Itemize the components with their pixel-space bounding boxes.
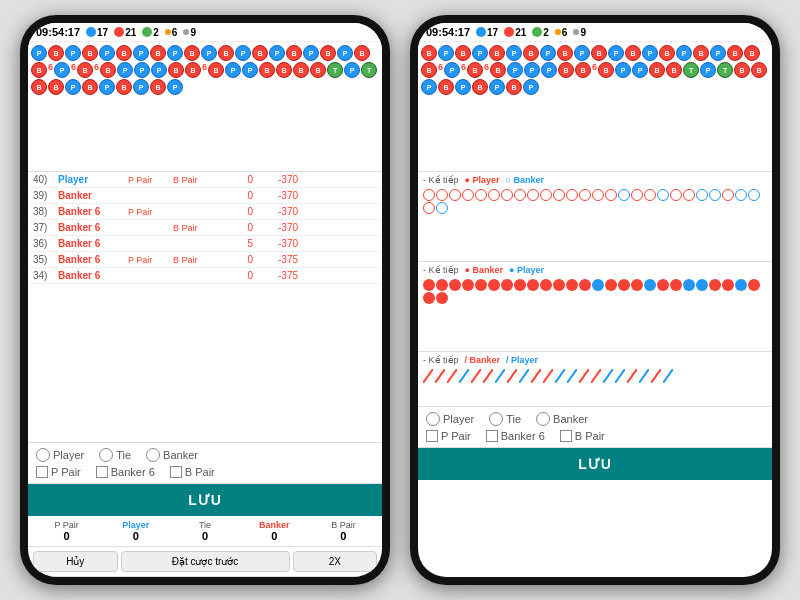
trend-item [670,189,682,201]
bead: T [361,62,377,78]
history-row-34: 34) Banker 6 0 -375 [28,268,382,284]
banker-label: Banker [259,520,290,530]
trend-item [657,279,669,291]
row-num: 36) [33,238,58,249]
trend-item [566,189,578,201]
radio-circle-banker-r[interactable] [536,412,550,426]
radio-banker[interactable]: Banker [146,448,198,462]
b-stat-r: 21 [504,27,526,38]
trend-item [436,279,448,291]
amount: 0 [218,222,253,233]
svg-line-0 [423,369,433,383]
check-banker6-right[interactable]: Banker 6 [486,430,545,442]
luu-button-left[interactable]: LƯU [28,484,382,516]
trend-item [462,279,474,291]
diag-blue [639,369,649,383]
trend-item [423,279,435,291]
svg-line-2 [447,369,457,383]
check-banker6[interactable]: Banker 6 [96,466,155,478]
radio-circle-tie-r[interactable] [489,412,503,426]
bead: P [489,79,505,95]
bead: P [421,79,437,95]
bead-grid-right: B P B P B P B P B P B P B P B P B P B B [421,45,769,95]
previous-bet-button[interactable]: Đặt cược trước [121,551,290,572]
trend-item [592,189,604,201]
trend-item [423,292,435,304]
check-bpair-right[interactable]: B Pair [560,430,605,442]
nine-stat-r: 9 [573,27,586,38]
bead-num: 6 [438,62,443,78]
bead: P [31,45,47,61]
radio-circle-tie[interactable] [99,448,113,462]
svg-line-13 [579,369,589,383]
bead: B [168,62,184,78]
bead: B [48,79,64,95]
b-dot [114,27,124,37]
checkbox-bpair-r[interactable] [560,430,572,442]
row-result: Banker [58,190,128,201]
bead: B [31,62,47,78]
diag-red [483,369,493,383]
check-ppair-right[interactable]: P Pair [426,430,471,442]
bead: P [54,62,70,78]
diag-red [579,369,589,383]
bet-player: Player 0 [102,520,169,542]
bead: B [354,45,370,61]
bead: P [632,62,648,78]
bead-num: 6 [71,62,76,78]
bead: P [99,45,115,61]
diag-red [471,369,481,383]
bead-num: 6 [484,62,489,78]
row-result: Banker 6 [58,206,128,217]
action-row-left: Hủy Đặt cược trước 2X [28,547,382,577]
check-bpair[interactable]: B Pair [170,466,215,478]
radio-row-1: Player Tie Banker [36,448,374,462]
radio-player[interactable]: Player [36,448,84,462]
trend-section-1: - Kế tiếp ● Player ○ Banker [418,172,772,262]
trend-ke-tiep-1: - Kế tiếp [423,175,459,185]
trend-item [696,279,708,291]
radio-player-right[interactable]: Player [426,412,474,426]
checkbox-banker6[interactable] [96,466,108,478]
amount: 5 [218,238,253,249]
trend-item [462,189,474,201]
trend-item [735,189,747,201]
check-ppair[interactable]: P Pair [36,466,81,478]
row-result: Banker 6 [58,254,128,265]
radio-tie-right[interactable]: Tie [489,412,521,426]
double-button[interactable]: 2X [293,551,378,572]
diag-red [435,369,445,383]
b-stat: 21 [114,27,136,38]
bead: P [507,62,523,78]
radio-circle-player[interactable] [36,448,50,462]
checkbox-banker6-r[interactable] [486,430,498,442]
checkbox-ppair-r[interactable] [426,430,438,442]
radio-tie[interactable]: Tie [99,448,131,462]
trend-item [423,202,435,214]
bead: B [208,62,224,78]
check-ppair-label-r: P Pair [441,430,471,442]
bead: P [523,79,539,95]
amount: 0 [218,270,253,281]
check-ppair-label: P Pair [51,466,81,478]
bead: P [344,62,360,78]
radio-row-right-2: P Pair Banker 6 B Pair [426,430,764,442]
amount: 0 [218,206,253,217]
six-dot [165,29,171,35]
bead: B [310,62,326,78]
checkbox-bpair[interactable] [170,466,182,478]
radio-banker-right[interactable]: Banker [536,412,588,426]
bead: P [455,79,471,95]
checkbox-ppair[interactable] [36,466,48,478]
radio-circle-player-r[interactable] [426,412,440,426]
luu-button-right[interactable]: LƯU [418,448,772,480]
total: -375 [253,270,298,281]
svg-line-9 [531,369,541,383]
radio-row-right-1: Player Tie Banker [426,412,764,426]
total: -370 [253,174,298,185]
check-bpair-label: B Pair [185,466,215,478]
radio-circle-banker[interactable] [146,448,160,462]
bead: B [659,45,675,61]
cancel-button[interactable]: Hủy [33,551,118,572]
bead: B [185,62,201,78]
